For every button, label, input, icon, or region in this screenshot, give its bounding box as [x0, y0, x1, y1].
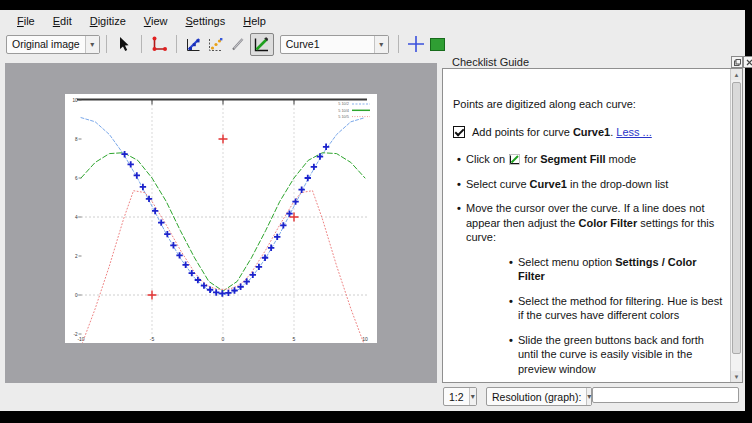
close-button[interactable] [743, 56, 752, 68]
y-tick-label: 2 [75, 254, 78, 259]
chevron-down-icon[interactable]: ▾ [85, 36, 99, 53]
checklist-panel: Points are digitized along each curve:Ad… [442, 68, 743, 383]
toolbar-separator [141, 35, 142, 53]
checkbox-icon[interactable] [453, 126, 465, 138]
cursor-icon [117, 36, 131, 52]
point-match-icon [207, 36, 224, 53]
color-picker-icon [230, 36, 246, 52]
menu-help[interactable]: Help [234, 13, 275, 29]
x-tick-label: 5 [293, 336, 296, 342]
curve-point-icon [185, 36, 202, 53]
x-tick-label: -5 [150, 336, 155, 342]
checklist-intro: Points are digitized along each curve: [453, 97, 725, 112]
curve-color-indicator [428, 34, 448, 54]
axis-point-tool-button[interactable] [149, 34, 169, 54]
zoom-combo[interactable]: 1:2 ▾ [443, 387, 477, 406]
checklist-link[interactable]: Less ... [616, 126, 651, 138]
status-value-field[interactable] [592, 387, 739, 403]
graph-canvas[interactable]: 1086420-2-10-505105 10/25 10/45 10/5 [5, 63, 437, 383]
menu-digitize[interactable]: Digitize [81, 13, 135, 29]
legend-label: 5 10/4 [338, 108, 350, 113]
point-match-tool-button[interactable] [206, 34, 226, 54]
select-tool-button[interactable] [114, 34, 134, 54]
status-view-combo-value: Resolution (graph): [487, 391, 586, 403]
color-picker-tool-button[interactable] [228, 34, 248, 54]
axis-point [219, 135, 228, 144]
float-icon [734, 59, 741, 66]
scroll-down-icon[interactable]: ▼ [731, 371, 742, 382]
color-swatch-icon [430, 38, 445, 51]
curve-combo[interactable]: Curve1 ▾ [280, 35, 389, 54]
toolbar-separator [398, 35, 399, 53]
background-combo-value: Original image [7, 38, 85, 50]
scroll-up-icon[interactable]: ▲ [731, 69, 742, 80]
toolbar: Original image ▾ [0, 31, 745, 57]
menu-file[interactable]: File [8, 13, 44, 29]
menu-bar: FileEditDigitizeViewSettingsHelp [0, 10, 745, 31]
crosshair-indicator [406, 34, 426, 54]
legend-label: 5 10/5 [338, 114, 349, 119]
checklist-bullet: •Slide the green buttons back and forth … [509, 333, 725, 377]
checklist-bullet: •Select curve Curve1 in the drop-down li… [457, 177, 725, 192]
imported-image[interactable]: 1086420-2-10-505105 10/25 10/45 10/5 [65, 94, 377, 343]
segment-fill-tool-button[interactable] [250, 33, 274, 56]
scrollbar-thumb[interactable] [732, 82, 741, 354]
curve-point-tool-button[interactable] [184, 34, 204, 54]
checklist-title: Checklist Guide [452, 56, 529, 68]
menu-view[interactable]: View [135, 13, 177, 29]
screen: FileEditDigitizeViewSettingsHelp Origina… [0, 0, 752, 423]
engauge-window: FileEditDigitizeViewSettingsHelp Origina… [0, 10, 745, 411]
crosshair-icon [407, 35, 425, 53]
chevron-down-icon[interactable]: ▾ [469, 388, 476, 405]
status-view-combo[interactable]: Resolution (graph): ▾ [486, 387, 592, 406]
axis-point-icon [150, 36, 167, 53]
y-tick-label: 10 [72, 98, 78, 103]
background-combo[interactable]: Original image ▾ [6, 35, 100, 54]
segment-fill-icon [509, 154, 520, 165]
toolbar-separator [176, 35, 177, 53]
checklist-content: Points are digitized along each curve:Ad… [443, 69, 731, 382]
digitized-point [311, 164, 317, 170]
digitized-point [170, 242, 176, 248]
digitized-chart[interactable]: 1086420-2-10-505105 10/25 10/45 10/5 [65, 94, 377, 343]
digitized-point [219, 290, 225, 296]
checklist-scrollbar[interactable]: ▲ ▼ [730, 69, 742, 382]
digitized-point [195, 277, 201, 283]
checklist-titlebar: Checklist Guide [440, 55, 745, 69]
checklist-bullet: •Click on for Segment Fill mode [457, 152, 725, 167]
segment-fill-icon [253, 36, 270, 53]
checklist-bullet: •Select menu option Settings / Color Fil… [509, 255, 725, 284]
chevron-down-icon[interactable]: ▾ [586, 388, 591, 405]
zoom-combo-value: 1:2 [444, 391, 469, 403]
checklist-bullet: •Move the cursor over the curve. If a li… [457, 201, 725, 245]
menu-edit[interactable]: Edit [44, 13, 81, 29]
y-tick-label: 8 [75, 137, 78, 142]
y-tick-label: 0 [75, 293, 78, 298]
y-tick-label: 6 [75, 176, 78, 181]
axis-point [148, 291, 157, 300]
status-bar: 1:2 ▾ Resolution (graph): ▾ [0, 383, 745, 411]
curve-combo-value: Curve1 [281, 38, 325, 50]
checklist-task: Add points for curve Curve1. Less ... [453, 125, 725, 140]
chevron-down-icon[interactable]: ▾ [374, 36, 388, 53]
x-tick-label: 0 [222, 336, 225, 342]
menu-settings[interactable]: Settings [176, 13, 234, 29]
y-tick-label: 4 [75, 215, 78, 220]
toolbar-separator [106, 35, 107, 53]
float-button[interactable] [731, 56, 743, 68]
checklist-bullet: •Select the method for filtering. Hue is… [509, 294, 725, 323]
close-icon [746, 59, 752, 66]
legend-label: 5 10/2 [338, 101, 349, 106]
digitized-point [323, 144, 329, 150]
